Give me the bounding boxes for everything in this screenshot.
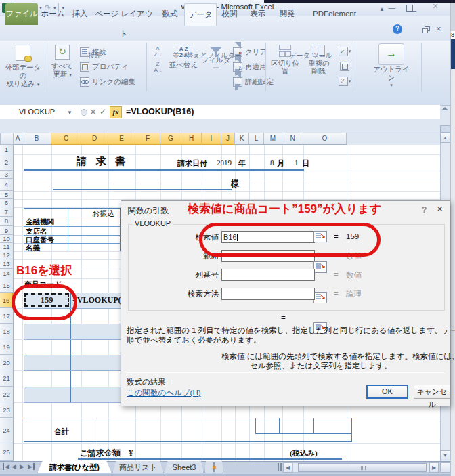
- advanced-filter-button[interactable]: 詳細設定: [233, 74, 274, 89]
- horizontal-scroll-thumb[interactable]: [298, 463, 427, 472]
- expand-formula-bar-icon[interactable]: [441, 107, 448, 110]
- cell-year-value[interactable]: 2019: [217, 158, 232, 167]
- help-icon[interactable]: ?: [393, 24, 402, 34]
- row-header-6[interactable]: 6: [0, 199, 14, 207]
- scrollbar-corner[interactable]: [440, 462, 450, 473]
- column-header-O[interactable]: O: [303, 133, 347, 145]
- column-header-L[interactable]: L: [249, 133, 264, 145]
- cell-date-label[interactable]: 請求日付: [177, 158, 207, 169]
- row-header-13[interactable]: 13: [0, 259, 14, 269]
- row-header-21[interactable]: 21: [0, 370, 14, 387]
- workbook-restore-icon[interactable]: [422, 26, 429, 34]
- row-header-23[interactable]: 23: [0, 402, 14, 418]
- tab-page-layout[interactable]: ページ レイアウト: [92, 3, 156, 25]
- workbook-close-icon[interactable]: ×: [436, 24, 441, 34]
- row-header-19[interactable]: 19: [0, 339, 14, 355]
- sort-descending-button[interactable]: ZA ↓: [149, 60, 167, 75]
- scroll-up-icon[interactable]: ▲: [440, 133, 450, 143]
- dialog-help-icon[interactable]: ?: [422, 205, 427, 215]
- column-header-K[interactable]: K: [235, 133, 249, 145]
- column-header-E[interactable]: E: [108, 133, 135, 145]
- tab-developer[interactable]: 開発: [272, 3, 302, 25]
- cell-holder[interactable]: 名義: [26, 244, 40, 253]
- range-lookup-input[interactable]: [221, 288, 315, 300]
- row-header-17[interactable]: 17: [0, 308, 14, 324]
- cancel-button[interactable]: キャンセル: [414, 385, 450, 399]
- tab-file[interactable]: ファイル: [5, 3, 38, 25]
- cell-total-label[interactable]: 合計: [54, 427, 69, 437]
- cell-month-value[interactable]: 8: [270, 158, 274, 167]
- cell-day-value[interactable]: 1: [295, 158, 299, 167]
- cell-year-unit[interactable]: 年: [238, 158, 246, 169]
- prev-sheet-icon[interactable]: ◀: [12, 463, 16, 470]
- row-header-9[interactable]: 9: [0, 226, 14, 235]
- row-header-14[interactable]: 14: [0, 269, 14, 278]
- scroll-right-icon[interactable]: ▶: [429, 462, 439, 473]
- consolidate-button[interactable]: [337, 60, 352, 72]
- column-header-N[interactable]: N: [282, 133, 303, 145]
- column-header-G[interactable]: G: [160, 133, 181, 145]
- cell-tax-note[interactable]: (税込み): [290, 448, 318, 458]
- cell-c16-formula[interactable]: =VLOOKUP(B: [72, 295, 121, 305]
- row-header-3[interactable]: 3: [0, 171, 14, 179]
- ok-button[interactable]: OK: [366, 385, 408, 399]
- insert-sheet-tab[interactable]: [204, 461, 223, 473]
- cell-invoice-title[interactable]: 請 求 書: [77, 155, 129, 168]
- tab-pdfelement[interactable]: PDFelement: [302, 3, 367, 25]
- column-header-C[interactable]: C: [51, 133, 81, 145]
- properties-button[interactable]: プロパティ: [80, 60, 129, 74]
- row-header-11[interactable]: 11: [0, 243, 14, 251]
- column-header-I[interactable]: I: [202, 133, 221, 145]
- row-header-2[interactable]: 2: [0, 154, 14, 171]
- workbook-minimize-icon[interactable]: —: [409, 6, 416, 14]
- what-if-analysis-button[interactable]: ?▾: [337, 74, 352, 87]
- name-box-dropdown-icon[interactable]: ▼: [67, 110, 72, 116]
- tab-home[interactable]: ホーム: [38, 3, 68, 25]
- row-header-8[interactable]: 8: [0, 217, 14, 226]
- row-header-15[interactable]: 15: [0, 278, 14, 293]
- refresh-all-button[interactable]: ↻ すべて 更新 ▾: [47, 43, 77, 79]
- get-external-data-button[interactable]: 外部データの 取り込み ▾: [3, 43, 43, 89]
- vertical-split-handle[interactable]: —: [440, 125, 450, 133]
- cell-branch[interactable]: 支店名: [26, 227, 47, 236]
- function-help-link[interactable]: この関数のヘルプ(H): [127, 388, 201, 398]
- tab-review[interactable]: 校閲: [215, 3, 244, 25]
- tab-split-handle[interactable]: [280, 463, 282, 471]
- range-selector-icon[interactable]: ↘: [313, 292, 327, 303]
- row-header-7[interactable]: 7: [0, 207, 14, 217]
- edit-links-button[interactable]: リンクの編集: [80, 74, 135, 89]
- column-header-B[interactable]: B: [22, 133, 51, 145]
- row-header-18[interactable]: 18: [0, 324, 14, 339]
- sheet-tab-invoice[interactable]: 請求書(ひな型): [37, 461, 112, 473]
- last-sheet-icon[interactable]: ▶: [28, 463, 35, 470]
- cancel-entry-icon[interactable]: ✕: [89, 107, 97, 117]
- column-header-D[interactable]: D: [81, 133, 108, 145]
- tab-insert[interactable]: 挿入: [68, 3, 92, 25]
- sheet-tab-sheet3[interactable]: Sheet3: [165, 461, 204, 473]
- outline-button[interactable]: → アウトライン ▾: [370, 43, 413, 89]
- formula-text[interactable]: =VLOOKUP(B16): [126, 107, 194, 116]
- cell-month-unit[interactable]: 月: [277, 158, 284, 169]
- range-selector-icon[interactable]: ↘: [313, 261, 327, 273]
- col-index-input[interactable]: [221, 269, 315, 281]
- select-all-corner[interactable]: [0, 133, 14, 145]
- row-header-20[interactable]: 20: [0, 355, 14, 370]
- tab-split-handle[interactable]: [278, 463, 279, 471]
- sheet-tab-product-list[interactable]: 商品リスト: [112, 461, 164, 473]
- row-header-10[interactable]: 10: [0, 235, 14, 243]
- dialog-close-icon[interactable]: ×: [437, 203, 443, 215]
- next-sheet-icon[interactable]: ▶: [20, 463, 24, 470]
- name-box[interactable]: VLOOKUP ▼: [0, 105, 77, 119]
- tab-data[interactable]: データ: [184, 3, 217, 26]
- column-header-M[interactable]: M: [264, 133, 282, 145]
- column-header-A[interactable]: A: [14, 133, 22, 145]
- column-header-H[interactable]: H: [181, 133, 202, 145]
- column-header-F[interactable]: F: [135, 133, 160, 145]
- ribbon-collapse-icon[interactable]: ▲: [379, 6, 385, 12]
- tab-view[interactable]: 表示: [244, 3, 272, 25]
- cell-sama[interactable]: 様: [231, 178, 239, 190]
- row-header-22[interactable]: 22: [0, 387, 14, 402]
- tab-formulas[interactable]: 数式: [156, 3, 184, 25]
- scroll-left-icon[interactable]: ◀: [283, 462, 292, 473]
- row-header-1[interactable]: 1: [0, 145, 14, 154]
